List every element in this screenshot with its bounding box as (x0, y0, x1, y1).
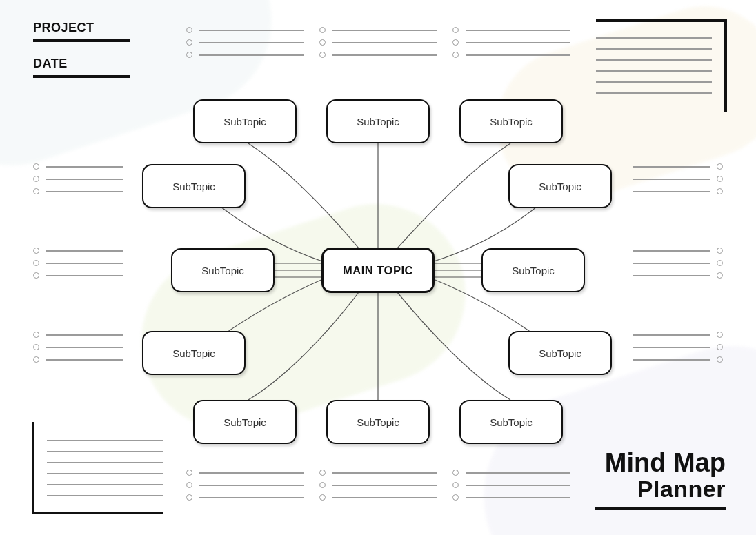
subtopic-text: SubTopic (357, 116, 399, 128)
subtopic-node-top-3[interactable]: SubTopic (459, 99, 563, 143)
bullet-group-right-upper (633, 157, 723, 201)
subtopic-node-bottom-1[interactable]: SubTopic (193, 400, 297, 444)
subtopic-node-right-upper[interactable]: SubTopic (508, 164, 612, 208)
subtopic-text: SubTopic (539, 347, 581, 359)
subtopic-text: SubTopic (490, 116, 533, 128)
bullet-group-right-mid (633, 241, 723, 285)
title-line-2: Planner (595, 477, 726, 502)
title-line-1: Mind Map (595, 450, 726, 477)
page-title: Mind Map Planner (595, 450, 726, 510)
notes-box-bottom-left (32, 426, 163, 514)
bullet-group-left-lower (33, 325, 123, 369)
project-label: PROJECT (33, 21, 130, 42)
subtopic-text: SubTopic (172, 181, 215, 192)
bullet-group-top-2 (319, 21, 437, 64)
date-label: DATE (33, 57, 130, 78)
bullet-group-bottom-3 (452, 463, 570, 507)
subtopic-text: SubTopic (201, 265, 244, 276)
main-topic-text: MAIN TOPIC (343, 264, 413, 277)
subtopic-text: SubTopic (223, 116, 266, 128)
bullet-group-bottom-1 (186, 463, 304, 507)
bullet-group-top-1 (186, 21, 304, 64)
subtopic-node-left-mid[interactable]: SubTopic (171, 248, 275, 292)
subtopic-node-bottom-3[interactable]: SubTopic (459, 400, 563, 444)
bullet-group-right-lower (633, 325, 723, 369)
subtopic-node-left-upper[interactable]: SubTopic (142, 164, 246, 208)
subtopic-text: SubTopic (223, 416, 266, 428)
subtopic-text: SubTopic (357, 416, 399, 428)
subtopic-node-right-lower[interactable]: SubTopic (508, 331, 612, 375)
subtopic-node-top-2[interactable]: SubTopic (326, 99, 430, 143)
main-topic-node[interactable]: MAIN TOPIC (321, 248, 435, 293)
subtopic-node-left-lower[interactable]: SubTopic (142, 331, 246, 375)
subtopic-text: SubTopic (172, 347, 215, 359)
subtopic-text: SubTopic (512, 265, 555, 276)
bullet-group-top-3 (452, 21, 570, 64)
bullet-group-left-mid (33, 241, 123, 285)
subtopic-node-bottom-2[interactable]: SubTopic (326, 400, 430, 444)
bullet-group-bottom-2 (319, 463, 437, 507)
notes-box-top-right (596, 19, 727, 108)
subtopic-node-right-mid[interactable]: SubTopic (481, 248, 585, 292)
date-label-text: DATE (33, 57, 130, 71)
subtopic-node-top-1[interactable]: SubTopic (193, 99, 297, 143)
bg-blob (119, 181, 489, 454)
bullet-group-left-upper (33, 157, 123, 201)
subtopic-text: SubTopic (539, 181, 581, 192)
subtopic-text: SubTopic (490, 416, 533, 428)
project-label-text: PROJECT (33, 21, 130, 35)
